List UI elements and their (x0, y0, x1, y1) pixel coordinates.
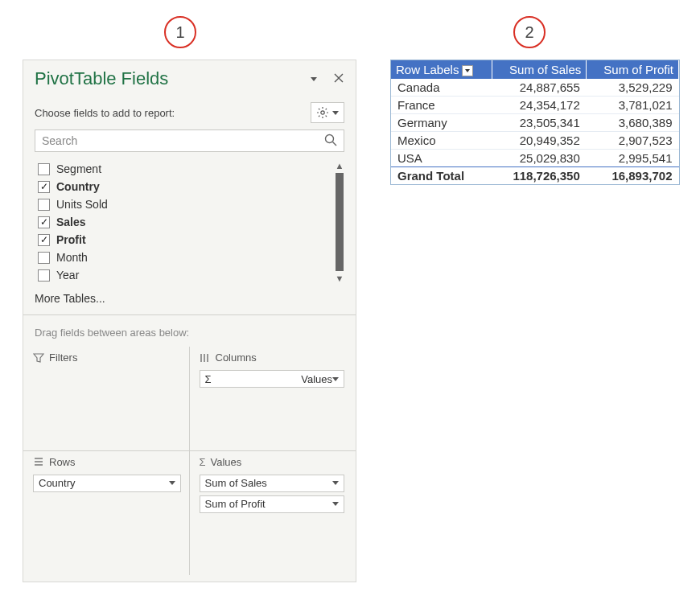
row-label: Mexico (391, 132, 492, 150)
cell-profit: 2,907,523 (587, 132, 679, 150)
gear-icon (316, 106, 329, 119)
cell-sales: 24,354,172 (492, 97, 587, 114)
chevron-down-icon (332, 111, 339, 115)
rows-area[interactable]: Rows Country (23, 451, 190, 576)
sigma-icon: Σ (200, 456, 206, 468)
panel-subheader: Choose fields to add to report: (23, 94, 356, 129)
svg-point-1 (326, 135, 334, 143)
field-label: Country (56, 180, 100, 193)
grand-total-row: Grand Total118,726,35016,893,702 (391, 167, 679, 185)
cell-sales: 118,726,350 (492, 167, 587, 185)
drop-areas: Filters Columns ΣValues Rows Country Σ V… (23, 347, 356, 582)
cell-sales: 24,887,655 (492, 79, 587, 97)
rows-header: Rows (33, 456, 181, 468)
filters-header: Filters (33, 351, 181, 364)
layout-options-button[interactable] (311, 102, 344, 123)
search-icon (323, 133, 338, 150)
search-input[interactable] (35, 129, 344, 152)
columns-icon (200, 352, 211, 364)
scroll-up-arrow[interactable]: ▲ (336, 160, 344, 171)
more-tables-link[interactable]: More Tables... (23, 284, 356, 311)
rows-title: Rows (49, 456, 76, 468)
field-label: Sales (56, 216, 86, 228)
row-label: Canada (391, 79, 492, 97)
table-row: Canada24,887,6553,529,229 (391, 79, 679, 97)
row-labels-dropdown[interactable] (462, 65, 473, 76)
col-sum-sales: Sum of Sales (492, 60, 587, 79)
col-sum-profit: Sum of Profit (587, 60, 679, 79)
field-row-sales[interactable]: Sales (35, 213, 331, 231)
field-row-year[interactable]: Year (35, 266, 331, 284)
row-label: Germany (391, 114, 492, 132)
pivot-output-table: Row Labels Sum of Sales Sum of Profit Ca… (390, 60, 680, 185)
table-row: Germany23,505,3413,680,389 (391, 114, 679, 132)
field-label: Profit (56, 233, 86, 246)
table-row: France24,354,1723,781,021 (391, 97, 679, 114)
field-label: Segment (56, 162, 101, 175)
filter-icon (33, 352, 44, 364)
callout-1: 1 (164, 16, 196, 48)
field-checkbox[interactable] (38, 269, 50, 282)
panel-title: PivotTable Fields (35, 68, 307, 89)
svg-point-0 (321, 111, 324, 114)
cell-sales: 25,029,830 (492, 150, 587, 167)
close-icon (333, 72, 344, 84)
field-pill-sum-of-profit[interactable]: Sum of Profit (200, 495, 345, 513)
panel-menu-button[interactable] (307, 77, 320, 81)
pill-label: Sum of Profit (205, 498, 333, 510)
columns-header: Columns (200, 351, 345, 364)
cell-sales: 20,949,352 (492, 132, 587, 150)
rows-icon (33, 456, 44, 467)
field-row-units-sold[interactable]: Units Sold (35, 195, 331, 213)
field-checkbox[interactable] (38, 216, 50, 228)
pill-label: Values (301, 373, 332, 385)
cell-sales: 23,505,341 (492, 114, 587, 132)
cell-profit: 16,893,702 (587, 167, 679, 185)
field-label: Year (56, 269, 79, 282)
filters-area[interactable]: Filters (23, 347, 190, 451)
cell-profit: 3,680,389 (587, 114, 679, 132)
fields-scroll: SegmentCountryUnits Sold SalesProfitMont… (35, 160, 344, 284)
callout-2: 2 (513, 16, 546, 48)
chevron-down-icon (332, 502, 339, 506)
field-pill-country[interactable]: Country (33, 475, 181, 492)
filters-title: Filters (49, 351, 77, 364)
field-label: Units Sold (56, 198, 108, 211)
values-header: Σ Values (200, 456, 345, 468)
values-area[interactable]: Σ Values Sum of SalesSum of Profit (190, 451, 356, 576)
field-checkbox[interactable] (38, 252, 50, 264)
field-checkbox[interactable] (38, 199, 50, 211)
field-row-country[interactable]: Country (35, 178, 331, 195)
field-checkbox[interactable] (38, 163, 50, 175)
columns-title: Columns (216, 351, 257, 364)
drag-instruction: Drag fields between areas below: (23, 322, 356, 347)
row-label: Grand Total (391, 167, 492, 185)
columns-area[interactable]: Columns ΣValues (190, 347, 356, 451)
cell-profit: 3,529,229 (587, 79, 679, 97)
col-row-labels[interactable]: Row Labels (391, 60, 492, 79)
search-wrap (23, 129, 356, 160)
panel-close-button[interactable] (333, 72, 344, 86)
cell-profit: 2,995,541 (587, 150, 679, 167)
row-label: France (391, 97, 492, 114)
field-pill-sum-of-sales[interactable]: Sum of Sales (200, 475, 345, 492)
field-label: Month (56, 251, 88, 264)
values-title: Values (211, 456, 242, 468)
field-row-month[interactable]: Month (35, 249, 331, 266)
cell-profit: 3,781,021 (587, 97, 679, 114)
field-pill-values[interactable]: ΣValues (200, 370, 345, 388)
table-row: USA25,029,8302,995,541 (391, 150, 679, 167)
scroll-thumb[interactable] (336, 173, 344, 271)
panel-header: PivotTable Fields (23, 60, 356, 94)
sigma-icon: Σ (205, 373, 299, 385)
panel-divider (23, 314, 356, 315)
fields-scrollbar[interactable]: ▲ ▼ (333, 160, 346, 284)
field-row-segment[interactable]: Segment (35, 160, 331, 178)
pivottable-fields-panel: PivotTable Fields Choose fields to add t… (23, 60, 356, 582)
field-checkbox[interactable] (38, 234, 50, 246)
field-row-profit[interactable]: Profit (35, 231, 331, 249)
chevron-down-icon (332, 481, 339, 485)
field-checkbox[interactable] (38, 181, 50, 193)
scroll-down-arrow[interactable]: ▼ (336, 273, 344, 284)
field-list: SegmentCountryUnits Sold SalesProfitMont… (35, 160, 331, 284)
